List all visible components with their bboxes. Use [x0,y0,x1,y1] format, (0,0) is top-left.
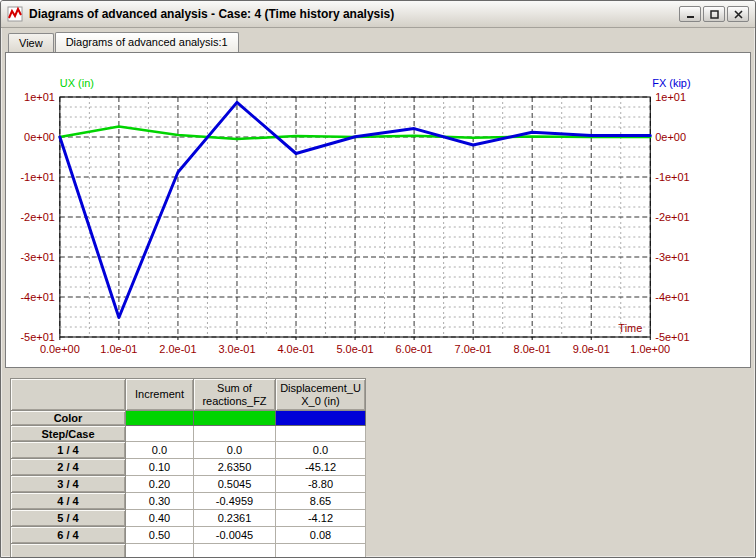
stepcase-row: Step/Case [11,426,366,442]
table-row: 2 / 40.102.6350-45.12 [11,459,366,476]
column-header-displacement-ux[interactable]: Displacement_U X_0 (in) [276,379,366,411]
y-tick-label-left: 0e+00 [24,131,55,143]
x-tick-label: 0.0e+00 [40,343,80,355]
minimize-icon [686,10,695,19]
row-header[interactable]: 6 / 4 [11,527,126,544]
table-cell[interactable]: 0.50 [126,527,194,544]
window-icon [7,6,23,22]
table-cell[interactable]: 0.0 [126,442,194,459]
y-tick-label-left: -3e+01 [20,251,54,263]
x-tick-label: 4.0e-01 [277,343,314,355]
table-cell[interactable]: 0.30 [126,493,194,510]
table-cell[interactable]: 8.65 [276,493,366,510]
stepcase-row-label: Step/Case [11,426,126,442]
y-tick-label-right: 0e+00 [655,131,686,143]
row-header[interactable] [11,544,126,558]
y-tick-label-right: -4e+01 [655,291,689,303]
maximize-button[interactable] [703,6,725,22]
table-row [11,544,366,558]
color-cell-increment[interactable] [126,411,194,426]
results-table-wrap: Increment Sum of reactions_FZ Displaceme… [10,378,755,558]
x-axis-title: Time [618,322,642,334]
x-tick-label: 6.0e-01 [396,343,433,355]
close-icon [734,10,743,19]
y-tick-label-right: 1e+01 [655,91,686,103]
app-window: Diagrams of advanced analysis - Case: 4 … [0,0,756,558]
window-controls [679,6,749,22]
table-cell[interactable]: 0.40 [126,510,194,527]
tab-bar: View Diagrams of advanced analysis:1 [1,28,755,52]
corner-header-cell [11,379,126,411]
x-tick-label: 8.0e-01 [514,343,551,355]
color-cell-displacement-ux[interactable] [276,411,366,426]
y-tick-label-right: -5e+01 [655,331,689,343]
chart-panel: 1e+011e+010e+000e+00-1e+01-1e+01-2e+01-2… [5,52,751,368]
table-cell[interactable]: -4.12 [276,510,366,527]
table-cell[interactable]: -45.12 [276,459,366,476]
column-header-increment[interactable]: Increment [126,379,194,411]
table-cell[interactable]: 0.20 [126,476,194,493]
table-cell[interactable]: -0.0045 [194,527,276,544]
stepcase-cell [194,426,276,442]
table-cell[interactable]: 0.5045 [194,476,276,493]
table-row: 4 / 40.30-0.49598.65 [11,493,366,510]
x-tick-label: 7.0e-01 [455,343,492,355]
left-axis-title: UX (in) [60,77,94,89]
x-tick-label: 5.0e-01 [336,343,373,355]
color-row: Color [11,411,366,426]
table-cell[interactable]: 0.08 [276,527,366,544]
x-tick-label: 9.0e-01 [573,343,610,355]
table-cell[interactable]: 0.0 [276,442,366,459]
row-header[interactable]: 1 / 4 [11,442,126,459]
table-cell[interactable]: 0.0 [194,442,276,459]
y-tick-label-left: -4e+01 [20,291,54,303]
table-cell[interactable] [194,544,276,558]
maximize-icon [710,10,719,19]
row-header[interactable]: 2 / 4 [11,459,126,476]
row-header[interactable]: 5 / 4 [11,510,126,527]
table-cell[interactable] [126,544,194,558]
y-tick-label-left: 1e+01 [24,91,55,103]
y-tick-label-left: -2e+01 [20,211,54,223]
x-tick-label: 1.0e-01 [100,343,137,355]
table-cell[interactable]: -8.80 [276,476,366,493]
minimize-button[interactable] [679,6,701,22]
table-row: 6 / 40.50-0.00450.08 [11,527,366,544]
x-tick-label: 1.0e+00 [630,343,670,355]
color-row-label: Color [11,411,126,426]
tab-diagrams[interactable]: Diagrams of advanced analysis:1 [55,32,239,52]
right-axis-title: FX (kip) [652,77,690,89]
stepcase-cell [126,426,194,442]
table-cell[interactable]: 0.2361 [194,510,276,527]
results-table: Increment Sum of reactions_FZ Displaceme… [10,378,366,558]
table-cell[interactable] [276,544,366,558]
table-row: 1 / 40.00.00.0 [11,442,366,459]
y-tick-label-left: -1e+01 [20,171,54,183]
tab-view[interactable]: View [8,33,54,52]
table-cell[interactable]: 0.10 [126,459,194,476]
x-tick-label: 3.0e-01 [218,343,255,355]
column-header-sum-reactions-fz[interactable]: Sum of reactions_FZ [194,379,276,411]
y-tick-label-left: -5e+01 [20,331,54,343]
row-header[interactable]: 3 / 4 [11,476,126,493]
table-row: 3 / 40.200.5045-8.80 [11,476,366,493]
window-title: Diagrams of advanced analysis - Case: 4 … [29,7,679,21]
table-row: 5 / 40.400.2361-4.12 [11,510,366,527]
color-cell-sum-reactions-fz[interactable] [194,411,276,426]
row-header[interactable]: 4 / 4 [11,493,126,510]
table-cell[interactable]: -0.4959 [194,493,276,510]
titlebar[interactable]: Diagrams of advanced analysis - Case: 4 … [1,1,755,28]
x-tick-label: 2.0e-01 [159,343,196,355]
table-cell[interactable]: 2.6350 [194,459,276,476]
close-button[interactable] [727,6,749,22]
chart: 1e+011e+010e+000e+00-1e+01-1e+01-2e+01-2… [6,53,750,367]
y-tick-label-right: -3e+01 [655,251,689,263]
y-tick-label-right: -1e+01 [655,171,689,183]
stepcase-cell [276,426,366,442]
y-tick-label-right: -2e+01 [655,211,689,223]
table-header-row: Increment Sum of reactions_FZ Displaceme… [11,379,366,411]
